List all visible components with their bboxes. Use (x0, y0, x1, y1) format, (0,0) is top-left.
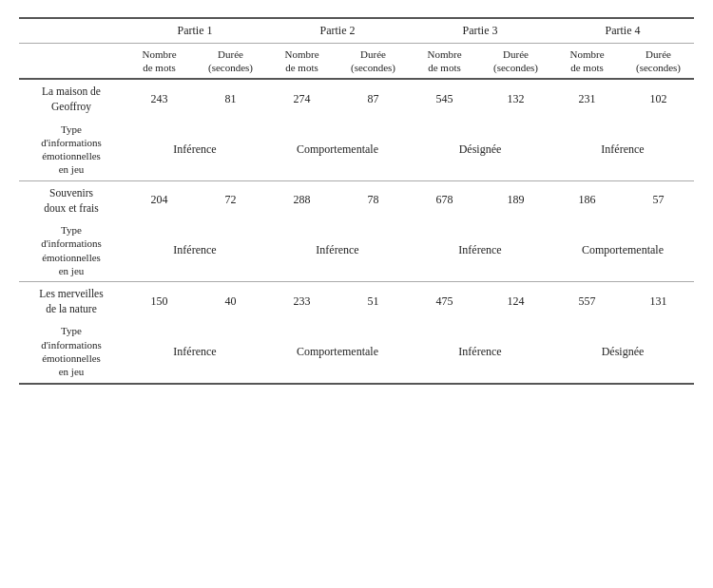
s2-type-p2: Inférence (266, 219, 409, 282)
s1-p1-mots: 243 (124, 79, 195, 118)
s3-p1-duree: 40 (195, 282, 266, 321)
s2-p4-duree: 57 (623, 180, 694, 219)
empty-header (19, 18, 124, 43)
s1-p1-duree: 81 (195, 79, 266, 118)
s3-p4-duree: 131 (623, 282, 694, 321)
s3-p3-mots: 475 (409, 282, 480, 321)
section1-type-label: Typed'informationsémotionnellesen jeu (19, 119, 124, 181)
section3-type-label: Typed'informationsémotionnellesen jeu (19, 320, 124, 383)
p1-duree: Durée(secondes) (195, 43, 266, 79)
p3-duree: Durée(secondes) (480, 43, 551, 79)
section1-label: La maison deGeoffroy (19, 79, 124, 118)
s1-type-p1: Inférence (124, 119, 266, 181)
s1-p2-duree: 87 (337, 79, 409, 118)
s3-type-p1: Inférence (124, 320, 266, 383)
p4-duree: Durée(secondes) (623, 43, 694, 79)
s2-p3-mots: 678 (409, 180, 480, 219)
p2-nombre: Nombrede mots (266, 43, 337, 79)
s1-p4-mots: 231 (551, 79, 623, 118)
p3-nombre: Nombrede mots (409, 43, 480, 79)
section3-type-row: Typed'informationsémotionnellesen jeu In… (19, 320, 694, 383)
s3-p2-duree: 51 (337, 282, 409, 321)
s3-type-p3: Inférence (409, 320, 551, 383)
partie-4-header: Partie 4 (551, 18, 694, 43)
partie-2-header: Partie 2 (266, 18, 409, 43)
table-wrapper: Partie 1 Partie 2 Partie 3 Partie 4 Nomb… (19, 17, 694, 385)
s3-type-p4: Désignée (551, 320, 694, 383)
section3-data-row: Les merveillesde la nature 150 40 233 51… (19, 282, 694, 321)
section2-type-row: Typed'informationsémotionnellesen jeu In… (19, 219, 694, 282)
s3-p4-mots: 557 (551, 282, 623, 321)
p2-duree: Durée(secondes) (337, 43, 409, 79)
s1-type-p4: Inférence (551, 119, 694, 181)
s1-type-p3: Désignée (409, 119, 551, 181)
section1-type-row: Typed'informationsémotionnellesen jeu In… (19, 119, 694, 181)
s2-type-p3: Inférence (409, 219, 551, 282)
p1-nombre: Nombrede mots (124, 43, 195, 79)
partie-3-header: Partie 3 (409, 18, 551, 43)
s2-p1-mots: 204 (124, 180, 195, 219)
section2-label: Souvenirsdoux et frais (19, 180, 124, 219)
partie-1-header: Partie 1 (124, 18, 266, 43)
s2-p1-duree: 72 (195, 180, 266, 219)
s2-p2-mots: 288 (266, 180, 337, 219)
section2-type-label: Typed'informationsémotionnellesen jeu (19, 219, 124, 282)
s1-p4-duree: 102 (623, 79, 694, 118)
p4-nombre: Nombrede mots (551, 43, 623, 79)
s2-p3-duree: 189 (480, 180, 551, 219)
s2-type-p4: Comportementale (551, 219, 694, 282)
s1-p3-duree: 132 (480, 79, 551, 118)
s1-type-p2: Comportementale (266, 119, 409, 181)
main-table: Partie 1 Partie 2 Partie 3 Partie 4 Nomb… (19, 17, 694, 385)
s3-type-p2: Comportementale (266, 320, 409, 383)
s1-p3-mots: 545 (409, 79, 480, 118)
s1-p2-mots: 274 (266, 79, 337, 118)
s2-p4-mots: 186 (551, 180, 623, 219)
s3-p2-mots: 233 (266, 282, 337, 321)
empty-sub-header (19, 43, 124, 79)
s2-p2-duree: 78 (337, 180, 409, 219)
s3-p3-duree: 124 (480, 282, 551, 321)
s3-p1-mots: 150 (124, 282, 195, 321)
section1-data-row: La maison deGeoffroy 243 81 274 87 545 1… (19, 79, 694, 118)
partie-header-row: Partie 1 Partie 2 Partie 3 Partie 4 (19, 18, 694, 43)
section2-data-row: Souvenirsdoux et frais 204 72 288 78 678… (19, 180, 694, 219)
sub-header-row: Nombrede mots Durée(secondes) Nombrede m… (19, 43, 694, 79)
s2-type-p1: Inférence (124, 219, 266, 282)
section3-label: Les merveillesde la nature (19, 282, 124, 321)
